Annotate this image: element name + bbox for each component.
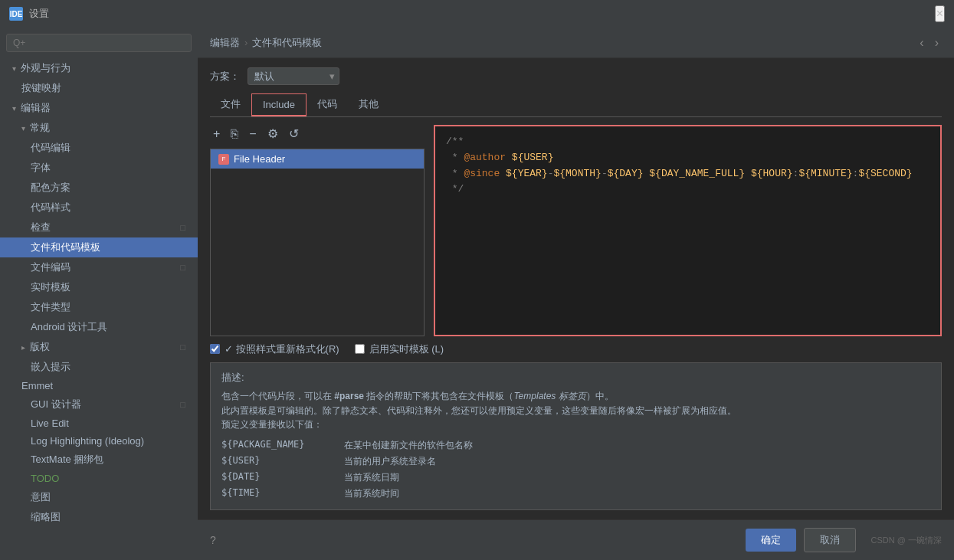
file-list: F File Header	[210, 149, 425, 336]
options-row: ✓ 按照样式重新格式化(R) 启用实时模板 (L)	[210, 336, 942, 359]
content-header: 编辑器 › 文件和代码模板 ‹ ›	[198, 28, 954, 58]
code-line-3: * @since ${YEAR}-${MONTH}-${DAY} ${DAY_N…	[446, 166, 929, 182]
ok-button[interactable]: 确定	[746, 529, 796, 552]
var-name-time: ${TIME}	[221, 487, 344, 500]
reformat-checkbox-label[interactable]: ✓ 按照样式重新格式化(R)	[210, 342, 339, 356]
settings-window: IDE 设置 × ▾ 外观与行为 按键映射 ▾ 编	[0, 0, 954, 560]
sidebar-item-font[interactable]: 字体	[0, 158, 198, 178]
copy-template-button[interactable]: ⎘	[228, 126, 241, 142]
sidebar-item-editor[interactable]: ▾ 编辑器	[0, 98, 198, 118]
description-area: 描述: 包含一个代码片段，可以在 #parse 指令的帮助下将其包含在文件模板（…	[210, 362, 942, 510]
code-panel: /** * @author ${USER} * @since ${YEAR}-$…	[434, 125, 942, 336]
code-line-2: * @author ${USER}	[446, 150, 929, 166]
settings-template-button[interactable]: ⚙	[264, 125, 281, 142]
sidebar-item-general[interactable]: ▾ 常规	[0, 118, 198, 138]
code-line-1: /**	[446, 134, 929, 150]
watermark: CSDN @ 一碗情深	[871, 535, 942, 546]
sidebar-item-intention[interactable]: 意图	[0, 487, 198, 507]
live-template-checkbox-label[interactable]: 启用实时模板 (L)	[355, 342, 444, 356]
sidebar-item-gui-designer-label: GUI 设计器	[31, 398, 81, 411]
var-name-package: ${PACKAGE_NAME}	[221, 439, 344, 452]
sidebar-item-live-edit[interactable]: Live Edit	[0, 414, 198, 432]
window-title: 设置	[29, 7, 49, 21]
sidebar-item-copyright[interactable]: ▸ 版权 □	[0, 337, 198, 357]
file-item-file-header[interactable]: F File Header	[211, 149, 424, 169]
search-box	[0, 28, 198, 58]
desc-templates-ref: Templates 标签页	[513, 391, 585, 401]
nav-back-button[interactable]: ‹	[916, 34, 926, 51]
sidebar-item-font-label: 字体	[31, 161, 51, 175]
var-title: 预定义变量接收以下值：	[221, 418, 930, 431]
reformat-label: ✓ 按照样式重新格式化(R)	[225, 342, 339, 356]
tab-other[interactable]: 其他	[348, 93, 389, 117]
remove-template-button[interactable]: −	[246, 126, 259, 142]
tab-code[interactable]: 代码	[307, 93, 348, 117]
copyright-badge: □	[180, 342, 185, 352]
sidebar-item-textmate[interactable]: TextMate 捆绑包	[0, 450, 198, 470]
sidebar-item-live-edit-label: Live Edit	[31, 418, 69, 429]
expand-arrow-appearance: ▾	[12, 64, 16, 73]
sidebar-item-code-editing[interactable]: 代码编辑	[0, 138, 198, 158]
desc-text: 包含一个代码片段，可以在 #parse 指令的帮助下将其包含在文件模板（Temp…	[221, 389, 930, 418]
desc-text2: 此内置模板是可编辑的。除了静态文本、代码和注释外，您还可以使用预定义变量，这些变…	[221, 405, 736, 416]
cancel-button[interactable]: 取消	[804, 528, 856, 552]
sidebar-item-log-highlighting[interactable]: Log Highlighting (Ideolog)	[0, 432, 198, 450]
live-template-checkbox[interactable]	[355, 344, 365, 354]
scheme-select[interactable]: 默认	[248, 67, 339, 85]
sidebar-item-appearance-label: 外观与行为	[21, 61, 70, 75]
file-list-panel: + ⎘ − ⚙ ↺ F File Header	[210, 125, 425, 336]
sidebar-item-code-style-label: 代码样式	[31, 201, 70, 215]
sidebar-nav: ▾ 外观与行为 按键映射 ▾ 编辑器 ▾ 常规 代码编辑	[0, 58, 198, 560]
tab-file[interactable]: 文件	[210, 93, 251, 117]
sidebar-item-todo[interactable]: TODO	[0, 470, 198, 487]
help-button[interactable]: ?	[210, 534, 216, 546]
sidebar-item-inspection[interactable]: 检查 □	[0, 218, 198, 237]
inspection-badge: □	[180, 223, 185, 232]
nav-forward-button[interactable]: ›	[932, 34, 942, 51]
sidebar-item-editor-label: 编辑器	[21, 101, 51, 115]
sidebar-item-live-templates-label: 实时模板	[31, 280, 70, 294]
sidebar-item-file-encoding-label: 文件编码	[31, 260, 70, 274]
var-row-time: ${TIME} 当前系统时间	[221, 486, 930, 502]
sidebar-item-gui-designer[interactable]: GUI 设计器 □	[0, 395, 198, 414]
sidebar-item-emmet[interactable]: Emmet	[0, 377, 198, 395]
sidebar-item-thumbnail[interactable]: 缩略图	[0, 507, 198, 527]
reset-template-button[interactable]: ↺	[286, 125, 302, 142]
sidebar-item-file-types[interactable]: 文件类型	[0, 297, 198, 317]
sidebar-item-appearance[interactable]: ▾ 外观与行为	[0, 58, 198, 78]
app-icon: IDE	[9, 7, 23, 21]
desc-parse-ref: #parse	[334, 391, 364, 401]
sidebar-item-color-scheme[interactable]: 配色方案	[0, 178, 198, 198]
sidebar-item-intention-label: 意图	[31, 490, 51, 504]
var-name-date: ${DATE}	[221, 471, 344, 484]
var-row-date: ${DATE} 当前系统日期	[221, 470, 930, 486]
search-input[interactable]	[6, 34, 192, 52]
var-desc-user: 当前的用户系统登录名	[344, 455, 436, 468]
desc-text-prefix: 包含一个代码片段，可以在	[221, 391, 334, 401]
reformat-checkbox[interactable]	[210, 344, 220, 354]
sidebar-item-log-highlighting-label: Log Highlighting (Ideolog)	[31, 435, 144, 447]
content-area: 编辑器 › 文件和代码模板 ‹ › 方案： 默认	[198, 28, 954, 560]
sidebar-item-inspection-label: 检查	[31, 221, 51, 234]
bottom-bar: ? 确定 取消 CSDN @ 一碗情深	[198, 519, 954, 560]
sidebar-item-todo-label: TODO	[31, 473, 59, 484]
sidebar-item-inlay-hints[interactable]: 嵌入提示	[0, 357, 198, 377]
desc-text-end: ）中。	[586, 391, 614, 401]
desc-text-mid: 指令的帮助下将其包含在文件模板（	[364, 391, 513, 401]
close-button[interactable]: ×	[935, 5, 945, 22]
sidebar-item-textmate-label: TextMate 捆绑包	[31, 453, 103, 467]
sidebar-item-file-types-label: 文件类型	[31, 300, 70, 314]
tab-include[interactable]: Include	[251, 93, 307, 116]
sidebar-item-code-editing-label: 代码编辑	[31, 141, 70, 155]
sidebar-item-code-style[interactable]: 代码样式	[0, 198, 198, 218]
sidebar-item-live-templates[interactable]: 实时模板	[0, 277, 198, 297]
code-editor[interactable]: /** * @author ${USER} * @since ${YEAR}-$…	[434, 125, 942, 336]
add-template-button[interactable]: +	[210, 126, 223, 142]
sidebar-item-file-encoding[interactable]: 文件编码 □	[0, 257, 198, 277]
sidebar-item-keymap[interactable]: 按键映射	[0, 78, 198, 98]
expand-arrow-general: ▾	[21, 124, 25, 133]
main-layout: ▾ 外观与行为 按键映射 ▾ 编辑器 ▾ 常规 代码编辑	[0, 28, 954, 560]
sidebar-item-android-design[interactable]: Android 设计工具	[0, 317, 198, 337]
sidebar-item-file-templates[interactable]: 文件和代码模板	[0, 237, 198, 257]
var-desc-package: 在某中创建新文件的软件包名称	[344, 439, 473, 452]
